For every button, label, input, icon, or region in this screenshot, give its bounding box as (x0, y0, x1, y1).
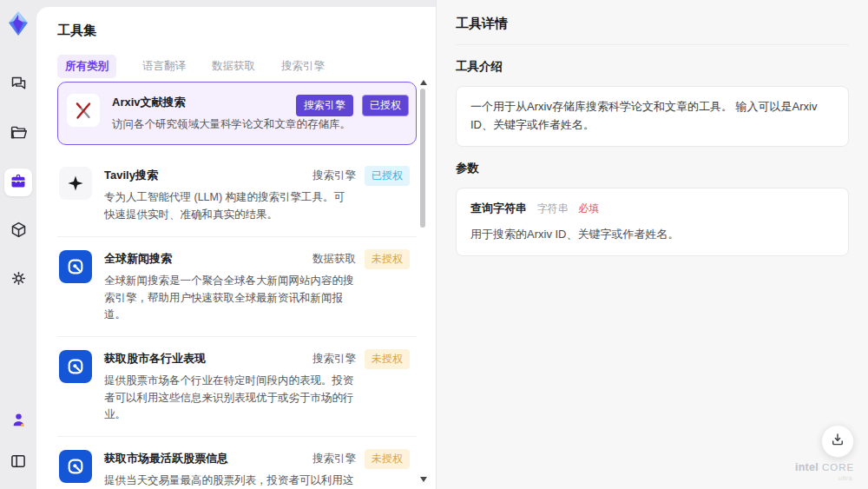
user-icon (10, 412, 27, 432)
scroll-up-arrow-icon[interactable] (420, 80, 427, 85)
sidebar-item-packages[interactable] (4, 217, 32, 245)
category-tag: 搜索引擎 (312, 452, 356, 466)
sidebar-item-toolbox[interactable] (4, 169, 32, 196)
user-avatar-button[interactable] (4, 407, 32, 435)
auth-status-badge: 未授权 (365, 249, 410, 269)
category-tag: 搜索引擎 (312, 352, 356, 367)
tool-card[interactable]: 获取股市各行业表现 提供股票市场各个行业在特定时间段内的表现。投资者可以利用这些… (57, 337, 417, 437)
tab-data-acquisition[interactable]: 数据获取 (212, 59, 255, 74)
auth-status-badge: 已授权 (365, 166, 410, 186)
download-button[interactable] (821, 425, 854, 458)
tool-list: Arxiv文献搜索 访问各个研究领域大量科学论文和文章的存储库。 搜索引擎 已授… (57, 82, 417, 489)
param-description: 用于搜索的Arxiv ID、关键字或作者姓名。 (470, 226, 834, 244)
tool-card[interactable]: Tavily搜索 专为人工智能代理 (LLM) 构建的搜索引擎工具。可快速提供实… (57, 154, 417, 237)
auth-status-badge: 未授权 (365, 349, 410, 369)
sidebar-item-settings[interactable] (4, 266, 32, 294)
sidebar-panel-icon (10, 453, 27, 473)
detail-title: 工具详情 (456, 16, 849, 45)
tool-card[interactable]: 获取市场最活跃股票信息 提供当天交易量最高的股票列表，投资者可以利用这些信息来识… (57, 437, 417, 489)
tool-intro-text: 一个用于从Arxiv存储库搜索科学论文和文章的工具。 输入可以是Arxiv ID… (456, 86, 849, 147)
params-heading: 参数 (456, 161, 849, 176)
tab-language-translation[interactable]: 语言翻译 (142, 59, 186, 74)
tool-detail-panel: 工具详情 工具介绍 一个用于从Arxiv存储库搜索科学论文和文章的工具。 输入可… (436, 0, 868, 489)
param-required-label: 必填 (578, 202, 599, 215)
chat-icon (10, 75, 28, 96)
tool-card[interactable]: 全球新闻搜索 全球新闻搜索是一个聚合全球各大新闻网站内容的搜索引擎，帮助用户快速… (57, 237, 417, 337)
param-type: 字符串 (537, 202, 569, 215)
cube-icon (10, 221, 28, 242)
sidebar-item-chat[interactable] (4, 71, 32, 99)
param-card: 查询字符串 字符串 必填 用于搜索的Arxiv ID、关键字或作者姓名。 (456, 188, 849, 257)
sidebar-item-files[interactable] (4, 120, 32, 148)
folder-icon (10, 123, 28, 145)
tools-panel: 工具集 所有类别 语言翻译 数据获取 搜索引擎 (36, 7, 436, 489)
scrollbar-thumb[interactable] (420, 89, 425, 228)
nav-rail (0, 0, 36, 489)
tool-description: 提供当天交易量最高的股票列表，投资者可以利用这些信息来识别流动性强的股票和潜在的… (104, 472, 354, 489)
scrollbar[interactable] (419, 80, 427, 482)
gear-icon (10, 269, 28, 291)
tool-description: 访问各个研究领域大量科学论文和文章的存储库。 (112, 116, 351, 133)
category-tag: 搜索引擎 (296, 95, 353, 116)
toolbox-icon (10, 172, 27, 193)
tool-description: 专为人工智能代理 (LLM) 构建的搜索引擎工具。可快速提供实时、准确和真实的结… (104, 189, 354, 223)
tool-icon (59, 450, 92, 483)
collapse-sidebar-button[interactable] (4, 449, 32, 477)
intro-heading: 工具介绍 (456, 59, 849, 75)
auth-status-badge: 已授权 (362, 95, 409, 116)
category-tag: 搜索引擎 (312, 169, 356, 183)
tab-all-categories[interactable]: 所有类别 (57, 55, 116, 78)
tool-description: 全球新闻搜索是一个聚合全球各大新闻网站内容的搜索引擎，帮助用户快速获取全球最新资… (104, 273, 354, 323)
tool-icon (59, 167, 92, 200)
tab-search-engine[interactable]: 搜索引擎 (281, 59, 325, 74)
tool-icon (59, 250, 92, 283)
app-logo[interactable] (3, 9, 33, 40)
page-title: 工具集 (36, 7, 436, 39)
intel-core-logo: intel core ultra (792, 461, 858, 482)
download-icon (830, 432, 845, 451)
tool-description: 提供股票市场各个行业在特定时间段内的表现。投资者可以利用这些信息来识别表现优于或… (104, 373, 354, 423)
category-tag: 数据获取 (312, 252, 356, 267)
gem-logo-icon (4, 10, 32, 39)
param-name: 查询字符串 (470, 202, 527, 215)
scroll-down-arrow-icon[interactable] (420, 477, 427, 482)
tool-icon (59, 350, 92, 383)
tool-icon (67, 94, 100, 127)
auth-status-badge: 未授权 (365, 449, 410, 469)
tool-card[interactable]: Arxiv文献搜索 访问各个研究领域大量科学论文和文章的存储库。 搜索引擎 已授… (57, 82, 417, 145)
